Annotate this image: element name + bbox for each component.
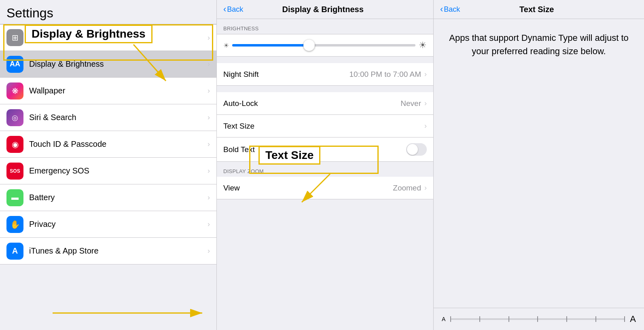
sidebar-item-wallpaper[interactable]: ❋ Wallpaper › — [0, 78, 216, 104]
touch-id-icon: ◉ — [6, 136, 23, 153]
chevron-icon: › — [208, 193, 210, 202]
back-button[interactable]: ‹ Back — [223, 4, 243, 15]
back-chevron-icon: ‹ — [223, 4, 226, 15]
night-shift-label: Night Shift — [223, 70, 350, 79]
tick-2 — [479, 316, 480, 322]
settings-panel: Display & Brightness Settings ⊞ Control … — [0, 0, 217, 330]
mid-panel-title: Display & Brightness — [243, 5, 402, 14]
right-panel-content: Apps that support Dynamic Type will adju… — [434, 19, 644, 308]
privacy-icon: ✋ — [6, 216, 23, 233]
chevron-icon: › — [208, 167, 210, 175]
text-size-slider-row[interactable]: A A — [434, 308, 644, 330]
back-label: Back — [227, 5, 243, 14]
siri-label: Siri & Search — [29, 113, 208, 122]
tick-5 — [566, 316, 567, 322]
itunes-icon: A — [6, 243, 23, 260]
auto-lock-item[interactable]: Auto-Lock Never › — [217, 92, 433, 115]
brightness-high-icon: ☀ — [419, 40, 427, 51]
text-size-small-a: A — [442, 316, 445, 322]
toggle-knob — [407, 144, 418, 155]
text-size-slider[interactable] — [450, 318, 625, 320]
auto-lock-value: Never — [400, 99, 421, 108]
text-size-description: Apps that support Dynamic Type will adju… — [446, 31, 632, 58]
sidebar-item-itunes[interactable]: A iTunes & App Store › — [0, 238, 216, 264]
sidebar-item-touch-id[interactable]: ◉ Touch ID & Passcode › — [0, 131, 216, 158]
brightness-fill — [232, 44, 309, 47]
chevron-icon: › — [208, 60, 210, 68]
bold-text-toggle[interactable] — [406, 143, 427, 156]
text-size-large-a: A — [630, 314, 636, 324]
mid-panel-content: BRIGHTNESS ☀ ☀ Night Shift 10:00 PM to 7… — [217, 19, 433, 330]
chevron-icon: › — [208, 113, 210, 122]
night-shift-item[interactable]: Night Shift 10:00 PM to 7:00 AM › — [217, 63, 433, 86]
wallpaper-icon: ❋ — [6, 82, 23, 99]
privacy-label: Privacy — [29, 220, 208, 229]
chevron-icon: › — [208, 34, 210, 42]
display-brightness-icon: AA — [6, 56, 23, 73]
text-size-label: Text Size — [223, 122, 424, 131]
chevron-icon: › — [424, 184, 427, 192]
battery-label: Battery — [29, 193, 208, 202]
battery-icon: ▬ — [6, 189, 23, 206]
bold-text-label: Bold Text — [223, 145, 406, 154]
mid-panel-header: ‹ Back Display & Brightness — [217, 0, 433, 19]
control-center-icon: ⊞ — [6, 29, 23, 46]
itunes-label: iTunes & App Store — [29, 246, 208, 256]
sidebar-item-emergency-sos[interactable]: SOS Emergency SOS › — [0, 158, 216, 184]
emergency-sos-label: Emergency SOS — [29, 166, 208, 176]
brightness-row[interactable]: ☀ ☀ — [217, 34, 433, 57]
chevron-icon: › — [208, 220, 210, 228]
brightness-thumb — [303, 40, 315, 51]
brightness-slider[interactable] — [232, 44, 415, 47]
tick-6 — [595, 316, 596, 322]
chevron-icon: › — [424, 99, 427, 108]
right-panel-header: ‹ Back Text Size — [434, 0, 644, 19]
view-label: View — [223, 184, 393, 192]
view-value: Zoomed — [393, 184, 421, 192]
sidebar-item-display-brightness[interactable]: AA Display & Brightness › — [0, 51, 216, 78]
wallpaper-label: Wallpaper — [29, 86, 208, 95]
tick-1 — [450, 316, 451, 322]
view-item[interactable]: View Zoomed › — [217, 177, 433, 199]
tick-4 — [537, 316, 538, 322]
text-size-item[interactable]: Text Size › — [217, 115, 433, 138]
sidebar-item-privacy[interactable]: ✋ Privacy › — [0, 211, 216, 238]
chevron-icon: › — [208, 140, 210, 148]
brightness-section-label: BRIGHTNESS — [217, 19, 433, 34]
touch-id-label: Touch ID & Passcode — [29, 140, 208, 149]
bold-text-item[interactable]: Bold Text — [217, 138, 433, 162]
siri-icon: ◎ — [6, 109, 23, 126]
tick-3 — [508, 316, 509, 322]
sidebar-item-siri-search[interactable]: ◎ Siri & Search › — [0, 104, 216, 131]
tick-7 — [624, 316, 625, 322]
display-zoom-section-label: DISPLAY ZOOM — [217, 162, 433, 177]
right-back-label: Back — [444, 5, 460, 14]
auto-lock-label: Auto-Lock — [223, 99, 400, 108]
right-panel-title: Text Size — [460, 5, 613, 14]
sidebar-item-control-center[interactable]: ⊞ Control Center › — [0, 24, 216, 51]
chevron-icon: › — [424, 122, 427, 130]
emergency-sos-icon: SOS — [6, 163, 23, 180]
display-brightness-panel: Text Size ‹ Back Display & Brightness BR… — [217, 0, 434, 330]
right-back-button[interactable]: ‹ Back — [440, 4, 460, 15]
settings-list: ⊞ Control Center › AA Display & Brightne… — [0, 24, 216, 330]
control-center-label: Control Center — [29, 33, 208, 42]
settings-title: Settings — [6, 6, 210, 21]
chevron-icon: › — [208, 247, 210, 255]
chevron-icon: › — [208, 87, 210, 95]
right-back-chevron-icon: ‹ — [440, 4, 443, 15]
brightness-low-icon: ☀ — [223, 42, 229, 49]
sidebar-item-battery[interactable]: ▬ Battery › — [0, 184, 216, 211]
chevron-icon: › — [424, 70, 427, 78]
night-shift-value: 10:00 PM to 7:00 AM — [350, 70, 421, 79]
slider-ticks — [450, 316, 625, 322]
left-panel-header: Settings — [0, 0, 216, 24]
text-size-panel: ‹ Back Text Size Apps that support Dynam… — [434, 0, 644, 330]
display-brightness-label: Display & Brightness — [29, 59, 208, 69]
